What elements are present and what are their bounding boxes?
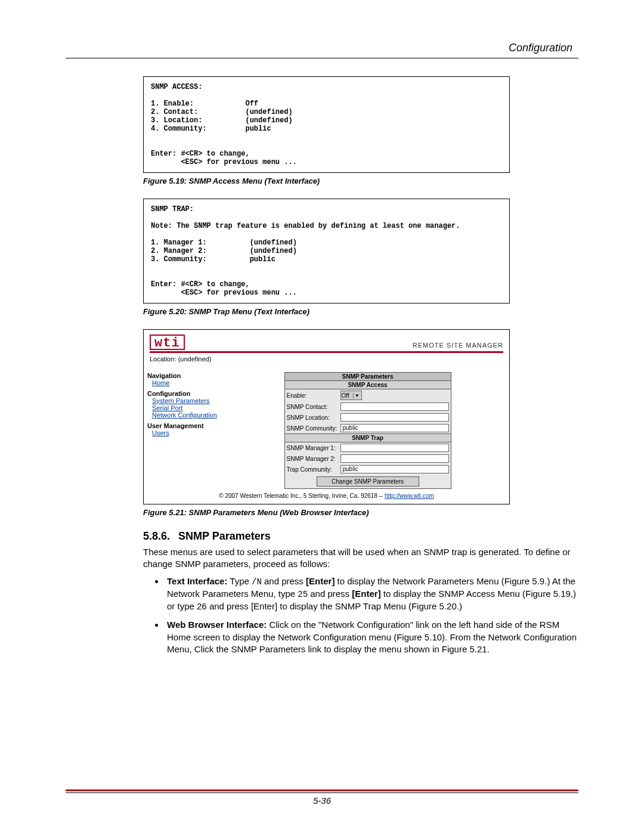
- change-snmp-button[interactable]: Change SNMP Parameters: [317, 476, 419, 487]
- web-footer: © 2007 Western Telematic Inc., 5 Sterlin…: [147, 489, 506, 500]
- footer-text: © 2007 Western Telematic Inc., 5 Sterlin…: [219, 493, 385, 499]
- enable-value: Off: [342, 392, 349, 399]
- bullet1-lead: Text Interface:: [167, 576, 227, 586]
- mgr1-label: SNMP Manager 1:: [287, 445, 340, 451]
- dropdown-arrow-icon: ▼: [353, 393, 361, 398]
- contact-label: SNMP Contact:: [287, 404, 340, 410]
- figure-5-19-caption: Figure 5.19: SNMP Access Menu (Text Inte…: [143, 176, 510, 185]
- enable-label: Enable:: [287, 392, 340, 399]
- community-input[interactable]: public: [340, 424, 449, 432]
- footer-thin-rule: [66, 792, 578, 793]
- figure-5-21-caption: Figure 5.21: SNMP Parameters Menu (Web B…: [143, 508, 510, 517]
- community-value: public: [343, 425, 358, 431]
- bullet2-lead: Web Browser Interface:: [167, 620, 267, 630]
- bullet1-cmd: /N: [252, 577, 262, 587]
- mgr1-input[interactable]: [340, 444, 449, 452]
- figure-5-20-box: SNMP TRAP: Note: The SNMP trap feature i…: [143, 199, 510, 304]
- mgr2-input[interactable]: [340, 454, 449, 463]
- bullet-text-interface: Text Interface: Type /N and press [Enter…: [165, 575, 582, 613]
- figure-5-21-box: wti REMOTE SITE MANAGER Location: (undef…: [143, 329, 510, 504]
- nav-heading: Navigation: [147, 372, 225, 379]
- bullet1-key2: [Enter]: [352, 589, 380, 599]
- nav-home-link[interactable]: Home: [152, 379, 225, 386]
- contact-input[interactable]: [340, 402, 449, 411]
- panel-title: SNMP Parameters: [284, 372, 451, 381]
- panel-access-title: SNMP Access: [284, 381, 451, 389]
- wti-logo: wti: [150, 335, 185, 350]
- footer-red-rule: [66, 789, 578, 791]
- bullet1-t1: Type: [227, 576, 252, 586]
- nav-users-link[interactable]: Users: [152, 429, 225, 436]
- nav-network-config-link[interactable]: Network Configuration: [152, 411, 225, 419]
- bullet1-t4: and press: [308, 589, 352, 599]
- section-number: 5.8.6.: [143, 530, 170, 542]
- location-input[interactable]: [340, 413, 449, 422]
- header-rule: [66, 58, 578, 58]
- figure-5-20-caption: Figure 5.20: SNMP Trap Menu (Text Interf…: [143, 307, 510, 316]
- enable-select[interactable]: Off ▼: [340, 391, 362, 400]
- trap-comm-input[interactable]: public: [340, 465, 449, 473]
- bullet1-t2: and press: [262, 576, 306, 586]
- nav-user-heading: User Management: [147, 422, 225, 429]
- bullet1-num: 25: [298, 590, 308, 599]
- section-title-text: SNMP Parameters: [178, 530, 271, 542]
- location-row: Location: (undefined): [150, 353, 503, 366]
- chapter-header: Configuration: [66, 42, 578, 54]
- trap-comm-label: Trap Community:: [287, 466, 340, 473]
- section-heading: 5.8.6.SNMP Parameters: [143, 530, 510, 543]
- bullet1-key1: [Enter]: [306, 576, 335, 586]
- community-label: SNMP Community:: [287, 425, 340, 432]
- trap-comm-value: public: [343, 466, 358, 472]
- page-number: 5-36: [66, 795, 578, 806]
- nav-serial-port-link[interactable]: Serial Port: [152, 404, 225, 411]
- mgr2-label: SNMP Manager 2:: [287, 456, 340, 462]
- section-intro: These menus are used to select parameter…: [143, 546, 572, 571]
- location-label: SNMP Location:: [287, 414, 340, 421]
- site-title: REMOTE SITE MANAGER: [413, 342, 503, 350]
- nav-config-heading: Configuration: [147, 390, 225, 397]
- footer-link[interactable]: http://www.wti.com: [385, 493, 434, 499]
- bullet-web-interface: Web Browser Interface: Click on the "Net…: [165, 619, 582, 656]
- figure-5-19-box: SNMP ACCESS: 1. Enable: Off 2. Contact: …: [143, 76, 510, 173]
- panel-trap-title: SNMP Trap: [284, 434, 451, 442]
- nav-system-params-link[interactable]: System Parameters: [152, 397, 225, 404]
